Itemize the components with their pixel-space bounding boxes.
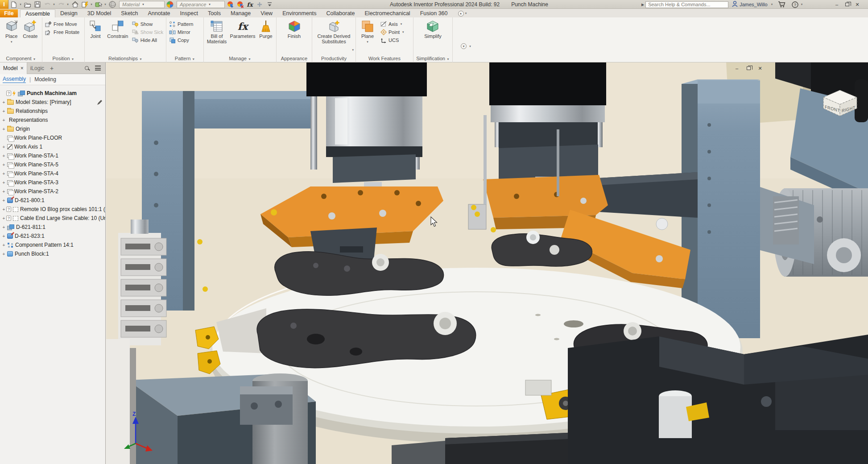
- tree-item[interactable]: + Representations: [0, 116, 105, 124]
- undo-dropdown[interactable]: ▾: [52, 3, 56, 6]
- browser-tab-close-icon[interactable]: ×: [21, 65, 24, 71]
- panel-label-manage[interactable]: Manage▼: [204, 55, 276, 62]
- home-icon[interactable]: [70, 0, 79, 8]
- tree-expander-icon[interactable]: +: [1, 180, 6, 185]
- subtab-modeling[interactable]: Modeling: [34, 76, 56, 83]
- tree-expander-icon[interactable]: +: [1, 198, 6, 203]
- ribbon-tab-sketch[interactable]: Sketch: [116, 9, 143, 17]
- tree-item[interactable]: + ? Cable End Large Sine Cable: 10 (Unre…: [0, 214, 105, 223]
- ribbon-overflow-control[interactable]: ▾ ▾: [461, 43, 472, 49]
- open-icon[interactable]: [23, 0, 32, 8]
- create-derived-dropdown[interactable]: ▾: [352, 47, 354, 53]
- point-button[interactable]: Point ▾: [378, 28, 406, 36]
- add-icon[interactable]: [255, 0, 264, 8]
- store-cart-icon[interactable]: [777, 0, 786, 8]
- restore-button[interactable]: [843, 1, 851, 8]
- bom-button[interactable]: Bill of Materials: [205, 19, 228, 55]
- purge-button[interactable]: Purge: [257, 19, 275, 55]
- edit-pencil-icon[interactable]: [97, 99, 103, 105]
- doc-minimize-button[interactable]: –: [733, 65, 740, 72]
- simplify-button[interactable]: Simplify: [423, 19, 442, 55]
- ribbon-collapse-dropdown[interactable]: ▾: [464, 12, 468, 15]
- username[interactable]: James_Willo: [740, 2, 767, 7]
- tree-expander-icon[interactable]: +: [1, 252, 6, 257]
- tree-item[interactable]: Work Plane-FLOOR: [0, 133, 105, 142]
- tree-expander-icon[interactable]: +: [1, 118, 6, 123]
- place-button[interactable]: Place ▾: [4, 19, 20, 55]
- user-avatar-icon[interactable]: [732, 1, 738, 8]
- mirror-button[interactable]: Mirror: [167, 28, 195, 36]
- tree-expander-icon[interactable]: +: [1, 145, 6, 149]
- tree-item[interactable]: + Origin: [0, 124, 105, 133]
- user-menu-dropdown[interactable]: ▾: [770, 3, 774, 6]
- material-sphere-icon[interactable]: [108, 0, 117, 8]
- ribbon-tab-3d-model[interactable]: 3D Model: [83, 9, 116, 17]
- ribbon-tab-assemble[interactable]: Assemble: [20, 9, 55, 17]
- ribbon-tab-electromechanical[interactable]: Electromechanical: [360, 9, 415, 17]
- ribbon-tab-fusion-360[interactable]: Fusion 360: [415, 9, 453, 17]
- ribbon-tab-file[interactable]: File: [0, 9, 18, 17]
- tree-expander-icon[interactable]: +: [1, 109, 6, 114]
- tree-expander-icon[interactable]: +: [1, 243, 6, 248]
- tree-item[interactable]: ? Punch Machine.iam: [0, 89, 105, 98]
- customize-toolbar-icon[interactable]: [265, 0, 274, 8]
- point-dropdown[interactable]: ▾: [402, 30, 404, 34]
- tree-expander-icon[interactable]: +: [1, 171, 6, 176]
- axis-button[interactable]: Axis ▾: [378, 20, 406, 28]
- tree-item[interactable]: + Model States: [Primary]: [0, 98, 105, 107]
- appearance-select[interactable]: Appearance ▾: [177, 1, 225, 8]
- panel-label-appearance[interactable]: Appearance: [277, 55, 312, 62]
- show-sick-button[interactable]: Show Sick: [130, 28, 165, 36]
- undo-icon[interactable]: [43, 0, 52, 8]
- save-icon[interactable]: [33, 0, 42, 8]
- copy-button[interactable]: Copy: [167, 36, 195, 44]
- ribbon-tab-environments[interactable]: Environments: [277, 9, 321, 17]
- panel-label-component[interactable]: Component▼: [0, 55, 42, 62]
- select-tool-dropdown[interactable]: ▾: [103, 3, 107, 6]
- create-button[interactable]: Create: [22, 19, 38, 55]
- tree-item[interactable]: + Punch Block:1: [0, 249, 105, 258]
- browser-add-tab-button[interactable]: +: [50, 65, 54, 72]
- ribbon-overflow-dropdown[interactable]: ▾: [468, 45, 472, 48]
- quick-properties-icon[interactable]: [80, 0, 89, 8]
- tree-expander-icon[interactable]: +: [1, 225, 6, 230]
- adjust-appearance-icon[interactable]: [226, 0, 235, 8]
- create-derived-button[interactable]: Create Derived Substitutes ▾: [314, 19, 354, 55]
- browser-tab-ilogic[interactable]: iLogic: [27, 62, 47, 74]
- select-tool-icon[interactable]: [94, 0, 103, 8]
- tree-expander-icon[interactable]: +: [1, 127, 6, 132]
- ribbon-collapse-icon[interactable]: ▴: [458, 11, 464, 17]
- ucs-button[interactable]: UCS: [378, 36, 406, 44]
- quick-properties-dropdown[interactable]: ▾: [90, 3, 93, 6]
- inventor-logo[interactable]: I: [0, 0, 8, 9]
- doc-close-button[interactable]: ✕: [756, 65, 764, 72]
- tree-expander-icon[interactable]: +: [1, 216, 6, 221]
- tree-item[interactable]: + D-621-811:1: [0, 223, 105, 232]
- ribbon-tab-inspect[interactable]: Inspect: [175, 9, 203, 17]
- ribbon-tab-design[interactable]: Design: [55, 9, 83, 17]
- plane-dropdown[interactable]: ▾: [367, 39, 368, 45]
- pattern-button[interactable]: Pattern: [167, 20, 195, 28]
- finish-button[interactable]: Finish: [286, 19, 302, 55]
- show-button[interactable]: Show: [130, 20, 165, 28]
- plane-button[interactable]: Plane ▾: [357, 19, 378, 55]
- ribbon-tab-annotate[interactable]: Annotate: [143, 9, 175, 17]
- panel-label-productivity[interactable]: Productivity: [312, 55, 355, 62]
- ribbon-tab-tools[interactable]: Tools: [203, 9, 226, 17]
- tree-item[interactable]: + Relationships: [0, 107, 105, 116]
- panel-label-relationships[interactable]: Relationships▼: [85, 55, 166, 62]
- free-rotate-button[interactable]: Free Rotate: [43, 28, 81, 36]
- ribbon-tab-manage[interactable]: Manage: [226, 9, 256, 17]
- new-file-dropdown[interactable]: ▾: [19, 3, 22, 6]
- ribbon-collapse-control[interactable]: ▴ ▾: [458, 9, 468, 17]
- browser-tab-model[interactable]: Model ×: [0, 62, 27, 74]
- search-expand-icon[interactable]: ▶: [641, 3, 644, 7]
- tree-item[interactable]: + Work Plane-STA-4: [0, 169, 105, 178]
- tree-item[interactable]: + Work Plane-STA-3: [0, 178, 105, 187]
- material-select[interactable]: Material ▾: [119, 1, 165, 8]
- tree-expander-icon[interactable]: +: [1, 162, 6, 167]
- ribbon-tab-collaborate[interactable]: Collaborate: [322, 9, 360, 17]
- redo-dropdown[interactable]: ▾: [66, 3, 70, 6]
- minimize-button[interactable]: –: [833, 1, 840, 8]
- ribbon-overflow-icon[interactable]: ▾: [461, 43, 467, 49]
